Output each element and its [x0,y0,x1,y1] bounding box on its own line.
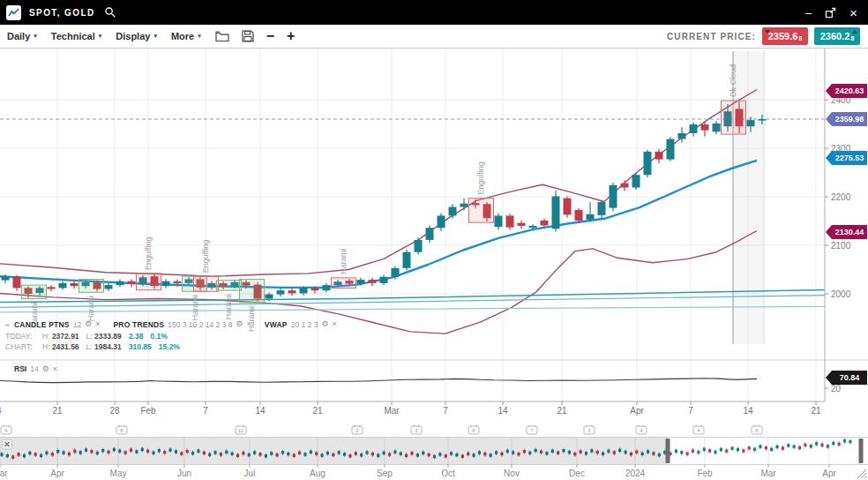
close-icon[interactable]: × [332,320,336,328]
navigator-month-label: 2024 [625,469,646,478]
candle-body [541,221,549,226]
save-icon[interactable] [242,30,254,42]
minimize-button[interactable]: – [805,7,812,19]
navigator-handle-left[interactable] [666,439,670,463]
candle-body [288,290,296,293]
mini-candle [770,448,773,451]
x-tick-label: 14 [743,406,753,416]
candle-body [71,283,79,286]
candle-body [449,207,457,216]
mini-candle [815,442,818,445]
candle-body [380,277,388,283]
pattern-box [240,280,265,303]
candle-body [116,281,124,285]
price-badge-value: 2130.44 [835,228,864,236]
candle-body [610,185,617,208]
rsi-line [0,379,757,383]
mini-candle [737,448,739,451]
navigator-close-button[interactable] [3,439,12,449]
close-icon[interactable]: × [53,365,57,373]
y-tick-label: 2000 [831,289,851,299]
menu-daily[interactable]: Daily▾ [7,31,37,41]
search-icon[interactable] [104,6,116,19]
candle-body [311,288,319,290]
ask-price-badge[interactable]: 2360.28 [814,27,860,45]
candle-body [105,285,113,289]
candle-body [575,210,583,221]
zoom-in-button[interactable]: + [287,29,295,43]
y-tick-label: 20 [831,384,842,394]
chevron-down-icon: ▾ [34,33,37,40]
navigator-month-label: Mar [760,469,776,478]
mini-candle [680,451,683,454]
mini-candle [843,439,846,442]
vwap-line-3 [0,306,825,312]
bid-price-badge[interactable]: 2359.68 [762,27,808,45]
indicator-candle-ptns[interactable]: CANDLE PTNS 12 ⚙ × [14,320,100,329]
candle-body [277,290,285,294]
legend-collapse-toggle[interactable]: – [5,320,10,329]
navigator-month-label: Oct [441,469,455,478]
close-button[interactable]: × [849,6,857,19]
resize-grip[interactable] [857,469,866,478]
candle-body [392,268,400,277]
pattern-box [217,281,242,291]
mini-candle [692,449,694,452]
pattern-label: Harami [225,294,234,319]
navigator-month-label: Nov [504,469,520,478]
close-icon[interactable]: × [95,320,100,328]
menu-technical[interactable]: Technical▾ [51,31,101,41]
titlebar: SPOT, GOLD – × [0,0,868,25]
menu-display[interactable]: Display▾ [116,31,157,41]
chart-stats-row: CHART: H: 2431.56 L: 1984.31 310.85 15.2… [5,341,348,351]
open-layout-folder-icon[interactable] [215,30,229,42]
mini-candle [731,446,734,449]
navigator-dimmed-region [0,438,668,464]
price-up-arrow-icon [852,30,857,34]
x-tick-label: 21 [811,406,821,416]
price-chart-canvas[interactable]: HaramiHaramiEngulfingHaramiEngulfingHara… [0,0,868,480]
pattern-box [332,278,356,289]
navigator-month-label: Jul [244,469,256,478]
candle-body [747,120,755,126]
candle-body [48,287,56,289]
candle-body [426,228,434,240]
price-badge-value: 70.84 [840,373,860,382]
candle-body [357,280,365,283]
x-tick-label: 14 [0,406,2,416]
mini-candle [703,448,706,451]
gear-icon[interactable]: ⚙ [85,320,92,328]
indicator-vwap[interactable]: VWAP 20 1 2 3 ⚙ × [265,320,337,329]
navigator-handle-right[interactable] [859,439,864,463]
mini-candle [708,449,711,452]
pattern-box [194,276,219,291]
navigator-month-label: Aug [310,469,326,478]
navigator-month-label: Apr [822,469,836,478]
menu-more[interactable]: More▾ [171,31,201,41]
candle-body [438,215,445,228]
gear-icon[interactable]: ⚙ [321,320,328,328]
close-icon[interactable]: × [247,320,251,328]
navigator-month-label: Apr [50,469,64,478]
x-tick-label: 14 [498,406,508,416]
indicator-pro-trends[interactable]: PRO TRENDS 150 3 10 2 14 2 3 8 ⚙ × [113,320,251,329]
mini-candle [782,446,784,449]
mini-candle [725,449,728,452]
y-tick-label: 2100 [831,241,851,251]
mini-candle [820,444,823,446]
indicator-rsi[interactable]: RSI 14 ⚙ × [14,364,57,373]
restore-button[interactable] [825,7,836,19]
gear-icon[interactable]: ⚙ [236,320,243,328]
gear-icon[interactable]: ⚙ [42,365,49,373]
candle-body [162,281,170,287]
mini-candle [742,449,745,452]
zoom-out-button[interactable]: − [266,29,274,43]
candle-body [266,295,273,299]
mini-candle [720,448,722,451]
symbol-title: SPOT, GOLD [29,8,95,18]
pattern-label: Engulfing [202,240,211,274]
price-badge-value: 2359.98 [835,115,864,124]
chevron-down-icon: ▾ [99,33,102,40]
calendar-day: 12 [238,428,244,433]
mini-candle [775,446,778,448]
